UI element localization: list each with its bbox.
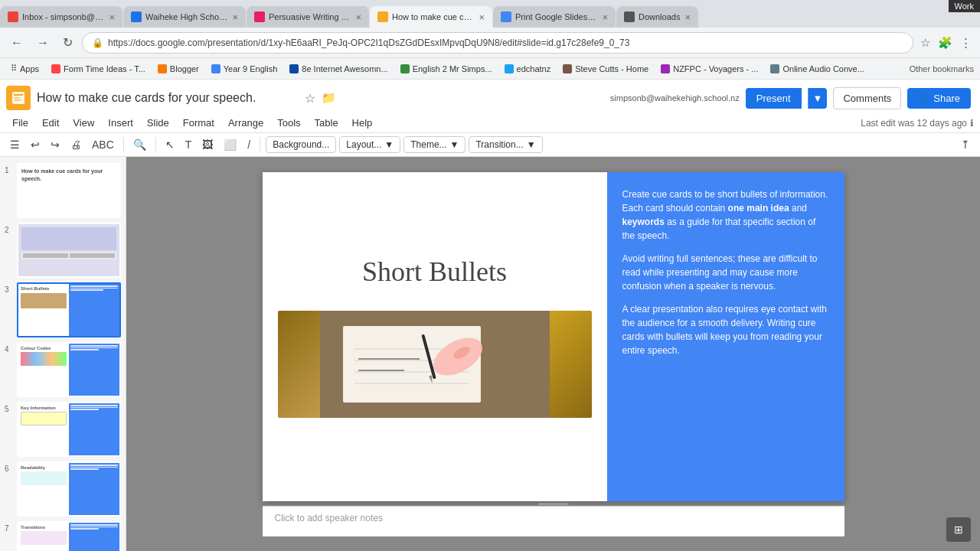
bookmark-stevecutts-label: Steve Cutts - Home <box>575 64 648 73</box>
slide-thumb-5[interactable]: 5 Key Information <box>5 402 121 457</box>
line-button[interactable]: / <box>243 136 254 153</box>
slide-main-title: Short Bullets <box>362 256 507 288</box>
reload-button[interactable]: ↻ <box>58 32 77 53</box>
tab-gmail-close[interactable]: × <box>109 11 115 23</box>
background-button[interactable]: Background... <box>266 136 336 153</box>
menu-file[interactable]: File <box>6 115 34 131</box>
info-icon[interactable]: ℹ <box>970 118 974 129</box>
transition-button[interactable]: Transition... ▼ <box>469 136 542 153</box>
menu-help[interactable]: Help <box>346 115 379 131</box>
tab-print-close[interactable]: × <box>602 11 608 23</box>
bookmark-stevecutts[interactable]: Steve Cutts - Home <box>558 63 653 75</box>
undo-button[interactable]: ↩ <box>27 136 44 153</box>
menu-arrange[interactable]: Arrange <box>222 115 270 131</box>
last-edit-text: Last edit was 12 days ago ℹ <box>861 118 974 129</box>
cursor-button[interactable]: ↖ <box>162 136 178 153</box>
slide-preview-5[interactable]: Key Information <box>17 402 121 457</box>
bookmark-nzfpc[interactable]: NZFPC - Voyagers - ... <box>656 63 763 75</box>
toolbar-divider-2 <box>155 137 156 152</box>
slide-num-1: 1 <box>5 166 17 174</box>
slide-thumb-7[interactable]: 7 Transitions <box>5 521 121 551</box>
tab-downloads[interactable]: Downloads × <box>616 6 698 28</box>
cuecards-favicon <box>377 11 388 22</box>
bookmark-audio[interactable]: Online Audio Conve... <box>766 63 868 75</box>
slide-thumb-2[interactable]: 2 <box>5 223 121 278</box>
notes-area[interactable]: Click to add speaker notes <box>263 506 844 536</box>
bookmark-internet[interactable]: 8e Internet Awesomn... <box>285 63 392 75</box>
slide-thumb-1[interactable]: 1 How to make cue cards for your speech. <box>5 163 121 218</box>
other-bookmarks[interactable]: Other bookmarks <box>910 64 974 73</box>
redo-button[interactable]: ↪ <box>47 136 64 153</box>
menu-table[interactable]: Table <box>309 115 345 131</box>
svg-rect-2 <box>14 97 20 99</box>
tab-persuasive-close[interactable]: × <box>355 11 361 23</box>
tab-persuasive[interactable]: Persuasive Writing & Sp... × <box>247 6 369 28</box>
address-bar[interactable]: 🔒 https://docs.google.com/presentation/d… <box>82 32 913 54</box>
expand-button[interactable]: ⊞ <box>946 517 971 542</box>
slide-preview-7[interactable]: Transitions <box>17 521 121 551</box>
audio-favicon <box>770 64 779 73</box>
slide-num-6: 6 <box>5 465 17 473</box>
menu-hamburger-button[interactable]: ☰ <box>6 136 24 153</box>
slide-preview-4[interactable]: Colour Codes <box>17 342 121 397</box>
tab-cuecards[interactable]: How to make cue cards ... × <box>370 6 492 28</box>
bookmark-year9[interactable]: Year 9 English <box>207 63 283 75</box>
menu-format[interactable]: Format <box>177 115 220 131</box>
comments-button[interactable]: Comments <box>833 87 901 109</box>
slide-num-4: 4 <box>5 345 17 354</box>
forward-button[interactable]: → <box>32 33 54 53</box>
bookmark-formtime[interactable]: Form Time Ideas - T... <box>47 63 150 75</box>
layout-button[interactable]: Layout... ▼ <box>339 136 400 153</box>
tab-waiheke[interactable]: Waiheke High School ... × <box>123 6 246 28</box>
menu-tools[interactable]: Tools <box>271 115 306 131</box>
folder-icon[interactable]: 📁 <box>322 91 336 105</box>
star-icon[interactable]: ☆ <box>305 91 315 106</box>
spellcheck-button[interactable]: ABC <box>88 136 118 153</box>
back-button[interactable]: ← <box>6 33 28 53</box>
theme-button[interactable]: Theme... ▼ <box>403 136 466 153</box>
slide-thumb-3[interactable]: 3 Short Bullets <box>5 282 121 337</box>
extensions-icon[interactable]: 🧩 <box>936 34 955 52</box>
zoom-button[interactable]: 🔍 <box>129 136 150 153</box>
tab-downloads-close[interactable]: × <box>684 11 691 23</box>
svg-rect-3 <box>14 99 21 101</box>
slide-preview-6[interactable]: Readability <box>17 461 121 517</box>
apps-icon: ⠿ <box>11 64 17 73</box>
shapes-button[interactable]: ⬜ <box>220 136 240 153</box>
tab-gmail[interactable]: Inbox - simpsonb@wai... × <box>0 6 122 28</box>
tab-cuecards-close[interactable]: × <box>479 11 485 23</box>
tab-print[interactable]: Print Google Slides - M... × <box>493 6 616 28</box>
bookmark-internet-label: 8e Internet Awesomn... <box>302 64 387 73</box>
bookmark-blogger[interactable]: Blogger <box>153 63 204 75</box>
bookmark-formtime-label: Form Time Ideas - T... <box>64 64 145 73</box>
tab-waiheke-close[interactable]: × <box>232 11 238 23</box>
slide-preview-2[interactable] <box>17 223 121 278</box>
present-button[interactable]: Present <box>746 88 802 109</box>
print-button[interactable]: 🖨 <box>67 136 85 153</box>
bookmark-edchatnz[interactable]: edchatnz <box>500 63 556 75</box>
slide-thumb-6[interactable]: 6 Readability <box>5 461 121 517</box>
slide-preview-3[interactable]: Short Bullets <box>17 282 121 337</box>
bookmark-star-icon[interactable]: ☆ <box>918 34 933 52</box>
menu-edit[interactable]: Edit <box>36 115 65 131</box>
slide-preview-1[interactable]: How to make cue cards for your speech. <box>17 163 121 218</box>
chrome-menu-icon[interactable]: ⋮ <box>958 34 974 52</box>
text-button[interactable]: T <box>181 136 196 153</box>
slide-canvas[interactable]: Short Bullets <box>263 172 844 501</box>
menu-insert[interactable]: Insert <box>102 115 139 131</box>
bookmark-english2[interactable]: English 2 Mr Simps... <box>396 63 497 75</box>
present-dropdown-button[interactable]: ▼ <box>808 88 828 109</box>
para1-text2: and <box>789 203 807 214</box>
slide-num-3: 3 <box>5 285 17 294</box>
gmail-favicon <box>8 11 18 22</box>
menu-slide[interactable]: Slide <box>141 115 175 131</box>
menu-view[interactable]: View <box>67 115 100 131</box>
image-button[interactable]: 🖼 <box>198 136 217 153</box>
slide-para-1: Create cue cards to be short bullets of … <box>622 187 829 243</box>
slide-thumb-4[interactable]: 4 Colour Codes <box>5 342 121 397</box>
collapse-button[interactable]: ⤒ <box>957 136 974 153</box>
bookmark-apps[interactable]: ⠿ Apps <box>6 62 44 75</box>
transition-label: Transition... <box>475 139 523 150</box>
bookmark-year9-label: Year 9 English <box>224 64 278 73</box>
share-button[interactable]: 👤 Share <box>907 88 971 109</box>
